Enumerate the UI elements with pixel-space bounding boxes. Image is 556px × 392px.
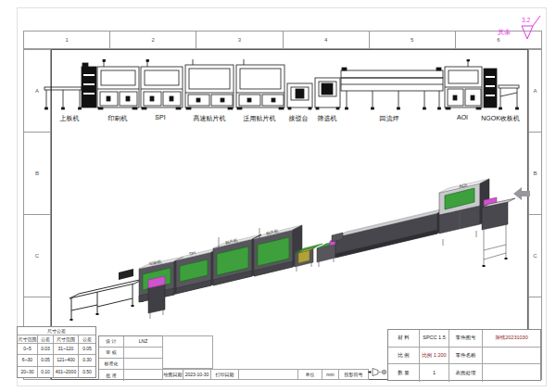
tolerance-cell: 401~2000 bbox=[54, 367, 79, 378]
surface-treatment-value bbox=[483, 364, 540, 382]
draw-date-value: 2023-10-30 bbox=[183, 369, 211, 380]
engineering-drawing-sheet: 1 2 3 4 5 6 A B C A B C 其余 3.2 bbox=[0, 0, 556, 392]
surface-roughness-value: 3.2 bbox=[522, 17, 530, 23]
signature-block: 设 计 LNZ 审 核 标准化 批 准 bbox=[98, 335, 163, 380]
date-strip: 绘图日期 2023-10-30 打印日期 单位 mm 投影符号 bbox=[162, 369, 369, 380]
draw-date-label: 绘图日期 bbox=[162, 369, 183, 380]
unit-value: mm bbox=[322, 369, 339, 380]
elevation-label-reflow: 回流焊 bbox=[380, 114, 399, 123]
approve-label: 批 准 bbox=[99, 370, 124, 381]
projection-angle-icon bbox=[367, 366, 387, 378]
iso-unloader bbox=[482, 197, 515, 267]
tolerance-cell: 0.03 bbox=[38, 344, 54, 355]
approver-name bbox=[124, 370, 162, 381]
ruler-number: 1 bbox=[65, 37, 68, 43]
elevation-conveyor-station bbox=[287, 83, 312, 109]
elevation-general-mounter bbox=[236, 59, 284, 109]
ruler-cell: 1 bbox=[24, 32, 110, 48]
tolerance-cell: 0.05 bbox=[38, 355, 54, 366]
tolerance-table: 尺寸公差 尺寸范围 公差 尺寸范围 公差 0~5 0.03 31~120 0.0… bbox=[17, 326, 96, 378]
iso-mounter-2: 贴片机 bbox=[254, 225, 302, 276]
surface-treatment-label: 表面处理 bbox=[449, 364, 483, 382]
tolerance-header: 尺寸范围 bbox=[54, 335, 79, 344]
elevation-screening-machine bbox=[315, 78, 340, 109]
tolerance-cell: 0.05 bbox=[79, 344, 95, 355]
ruler-cell: 4 bbox=[284, 32, 370, 48]
surface-roughness-note: 其余 3.2 bbox=[498, 15, 544, 44]
elevation-label-conveyor: 接驳台 bbox=[289, 114, 309, 123]
isometric-view: 印刷机 SPI 贴片机 贴片机 bbox=[56, 176, 537, 326]
ruler-number: 3 bbox=[238, 37, 241, 43]
ruler-letter: C bbox=[35, 253, 39, 259]
tolerance-header: 公差 bbox=[79, 335, 95, 344]
tolerance-table-title: 尺寸公差 bbox=[18, 327, 95, 335]
standardization-label: 标准化 bbox=[99, 359, 124, 370]
ruler-cell: 2 bbox=[110, 32, 196, 48]
title-block: 材 料 SPCC 1.5 零件图号 摆线20231030 比 例 比例 1:20… bbox=[387, 329, 541, 381]
ruler-cell: B bbox=[24, 133, 50, 215]
elevation-label-general: 泛用贴片机 bbox=[244, 114, 276, 123]
part-name-value bbox=[483, 348, 540, 365]
elevation-aoi bbox=[445, 59, 482, 109]
elevation-reflow-oven bbox=[341, 68, 443, 109]
design-label: 设 计 bbox=[99, 336, 124, 348]
tolerance-cell: 121~400 bbox=[54, 355, 79, 366]
elevation-view bbox=[39, 59, 530, 113]
ruler-cell: 5 bbox=[370, 32, 456, 48]
tolerance-cell: 0~5 bbox=[18, 344, 38, 355]
tolerance-cell: 6~30 bbox=[18, 355, 38, 366]
quantity-label: 数 量 bbox=[388, 364, 420, 382]
iso-board-rack-magenta bbox=[148, 276, 165, 319]
part-number-value: 摆线20231030 bbox=[483, 330, 540, 348]
tolerance-header: 公差 bbox=[38, 335, 54, 344]
part-number-label: 零件图号 bbox=[449, 330, 483, 348]
print-date-value bbox=[239, 369, 298, 380]
print-date-label: 打印日期 bbox=[211, 369, 239, 380]
ruler-cell: A bbox=[529, 50, 541, 133]
tolerance-cell: 0.30 bbox=[79, 355, 95, 366]
elevation-label-highspeed: 高速贴片机 bbox=[194, 114, 226, 123]
ruler-number: 2 bbox=[152, 37, 155, 43]
material-value: SPCC 1.5 bbox=[420, 330, 449, 348]
elevation-label-spi: SPI bbox=[155, 114, 165, 120]
elevation-label-screening: 筛选机 bbox=[318, 114, 337, 123]
scale-value: 比例 1:200 bbox=[420, 348, 449, 365]
elevation-loader bbox=[44, 63, 96, 109]
projection-label: 投影符号 bbox=[339, 369, 369, 380]
ruler-number: 5 bbox=[411, 37, 413, 43]
elevation-label-loader: 上板机 bbox=[60, 114, 80, 123]
surface-roughness-icon: 3.2 bbox=[514, 15, 546, 44]
tolerance-cell: 0.50 bbox=[79, 367, 95, 378]
iso-flow-arrow bbox=[513, 187, 530, 200]
check-label: 审 核 bbox=[99, 348, 124, 359]
tolerance-cell: 0.10 bbox=[38, 367, 54, 378]
ruler-letter: B bbox=[35, 171, 39, 176]
checker-name bbox=[124, 348, 162, 359]
ruler-letter: A bbox=[533, 88, 537, 94]
elevation-label-unloader: NGOK收板机 bbox=[481, 114, 520, 123]
ruler-band-top: 1 2 3 4 5 6 bbox=[23, 31, 542, 49]
ruler-cell: C bbox=[24, 215, 50, 297]
elevation-unloader bbox=[484, 69, 519, 109]
material-label: 材 料 bbox=[388, 330, 420, 348]
iso-loader-cart bbox=[70, 269, 144, 321]
elevation-label-printer: 印刷机 bbox=[108, 114, 128, 123]
ruler-cell: 3 bbox=[196, 32, 283, 48]
standardization-name bbox=[124, 359, 162, 370]
elevation-printer bbox=[97, 59, 139, 109]
elevation-spi bbox=[141, 59, 183, 109]
designer-name: LNZ bbox=[124, 336, 162, 348]
elevation-label-aoi: AOI bbox=[457, 114, 468, 120]
unit-label: 单位 bbox=[298, 369, 322, 380]
scale-label: 比 例 bbox=[388, 348, 420, 365]
quantity-value: 1 bbox=[420, 364, 449, 382]
tolerance-cell: 31~120 bbox=[54, 344, 79, 355]
elevation-highspeed-mounter bbox=[185, 59, 234, 109]
tolerance-cell: 20~30 bbox=[18, 367, 38, 378]
part-name-label: 零件名称 bbox=[449, 348, 483, 365]
ruler-number: 4 bbox=[324, 37, 327, 43]
surface-note-prefix: 其余 bbox=[498, 28, 511, 37]
tolerance-header: 尺寸范围 bbox=[18, 335, 38, 344]
signature-extra-cell bbox=[162, 335, 213, 369]
iso-reflow-oven bbox=[332, 208, 449, 258]
